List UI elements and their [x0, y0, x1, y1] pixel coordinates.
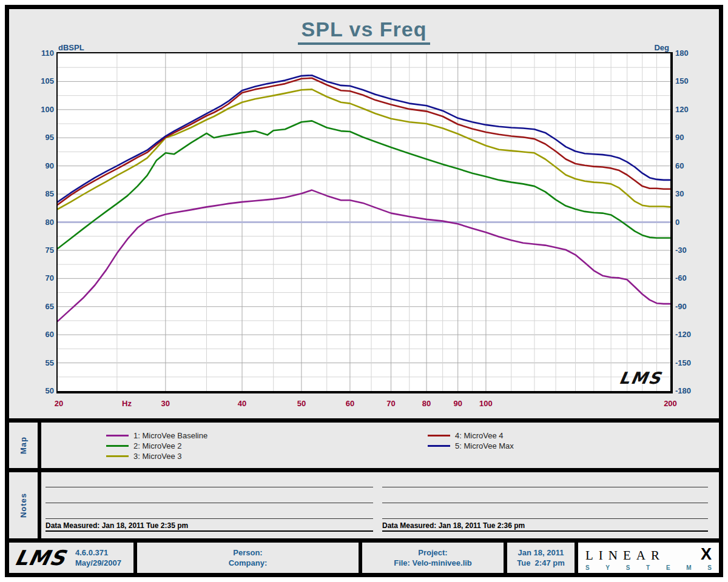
project-label: Project:: [418, 547, 447, 558]
left-axis-tick: 95: [26, 133, 54, 142]
frequency-tick: 200: [657, 399, 684, 409]
systems-letter: M: [686, 564, 691, 571]
left-axis-tick: 60: [26, 330, 54, 340]
right-axis-tick: -150: [675, 358, 706, 368]
legend-column-1: 1: MicroVee Baseline2: MicroVee 23: Micr…: [106, 430, 207, 461]
footer-person-cell: Person: Company:: [137, 543, 359, 573]
person-label: Person:: [233, 547, 262, 558]
footer-version-cell: LMS 4.6.0.371 May/29/2007: [9, 543, 133, 573]
x-glyph: X: [701, 545, 712, 564]
left-axis-tick: 110: [26, 48, 54, 58]
right-axis-tick: -180: [675, 386, 706, 396]
legend-swatch: [106, 435, 129, 436]
legend-item: 1: MicroVee Baseline: [106, 430, 207, 441]
notes-column-2: Data Measured: Jan 18, 2011 Tue 2:36 pm: [382, 472, 708, 538]
legend-item: 4: MicroVee 4: [428, 430, 514, 441]
left-axis-unit-label: dBSPL: [58, 43, 84, 52]
footer-status-bar: LMS 4.6.0.371 May/29/2007 Person: Compan…: [9, 543, 719, 573]
version-number: 4.6.0.371: [75, 547, 121, 558]
left-axis-tick: 75: [26, 246, 54, 255]
legend-swatch: [106, 445, 129, 447]
plot-canvas: [58, 53, 670, 391]
right-axis-tick: 150: [675, 76, 706, 86]
note-ruled-line: [382, 518, 708, 519]
note-ruled-line: [46, 487, 373, 487]
right-axis-tick: -60: [675, 273, 706, 283]
notes-label-separator: [38, 472, 41, 538]
legend-column-2: 4: MicroVee 45: MicroVee Max: [428, 430, 514, 451]
systems-letter: S: [585, 564, 590, 571]
version-date: May/29/2007: [75, 558, 121, 568]
company-label: Company:: [229, 558, 268, 568]
systems-letter: T: [646, 564, 650, 571]
frequency-tick: 30: [152, 399, 179, 409]
footer-time: Tue 2:47 pm: [517, 558, 565, 568]
frequency-tick: 100: [473, 399, 499, 409]
note-ruled-line: [46, 503, 373, 503]
frequency-tick: 70: [378, 399, 405, 409]
right-axis-tick: 180: [675, 48, 706, 58]
note-ruled-line: [382, 503, 708, 503]
notes-column-1: Data Measured: Jan 18, 2011 Tue 2:35 pm: [46, 472, 373, 538]
left-axis-tick: 100: [26, 105, 54, 115]
file-label: File: Velo-minivee.lib: [394, 558, 472, 568]
map-section: Map 1: MicroVee Baseline2: MicroVee 23: …: [9, 423, 719, 468]
lms-watermark: LMS: [618, 369, 664, 387]
frequency-tick: 20: [46, 399, 72, 409]
page-title: SPL vs Freq: [298, 18, 431, 45]
right-axis-tick: 0: [675, 218, 706, 227]
systems-letter: Y: [605, 564, 610, 571]
lms-logo: LMS: [13, 546, 69, 570]
systems-text: SYSTEMS: [585, 564, 712, 571]
frequency-tick: 90: [445, 399, 471, 409]
curve-2: [58, 121, 670, 249]
legend-swatch: [428, 435, 450, 436]
notes-section: Notes Data Measured: Jan 18, 2011 Tue 2:…: [9, 472, 719, 538]
legend-item: 2: MicroVee 2: [106, 441, 207, 451]
legend-label: 5: MicroVee Max: [455, 441, 514, 450]
legend-label: 4: MicroVee 4: [455, 431, 504, 440]
footer-date: Jan 18, 2011: [518, 547, 564, 558]
right-axis-tick: 90: [675, 133, 706, 142]
legend-label: 2: MicroVee 2: [133, 441, 182, 450]
footer-project-cell: Project: File: Velo-minivee.lib: [362, 543, 504, 573]
legend-label: 1: MicroVee Baseline: [133, 431, 207, 440]
right-axis-tick: -120: [675, 330, 706, 340]
linear-text: LINEAR: [585, 548, 665, 563]
left-axis-tick: 65: [26, 302, 54, 312]
right-axis-tick: 120: [675, 105, 706, 115]
map-section-label: Map: [9, 423, 38, 468]
right-axis-tick: 30: [675, 189, 706, 199]
spl-vs-freq-plot: LMS: [56, 52, 673, 393]
left-axis-tick: 85: [26, 189, 54, 199]
right-axis-tick: 60: [675, 161, 706, 171]
legend: 1: MicroVee Baseline2: MicroVee 23: Micr…: [41, 423, 719, 468]
divider-chart-map: [9, 418, 719, 423]
left-axis-tick: 90: [26, 161, 54, 171]
frequency-tick: 80: [413, 399, 440, 409]
note-ruled-line: [46, 518, 373, 519]
left-axis-tick: 50: [26, 386, 54, 396]
divider-map-notes: [9, 468, 719, 472]
note-ruled-line: [382, 487, 708, 487]
right-axis-unit-label: Deg: [633, 43, 669, 52]
curve-4: [58, 78, 670, 205]
legend-swatch: [428, 445, 450, 447]
data-measured-caption-1: Data Measured: Jan 18, 2011 Tue 2:35 pm: [46, 521, 373, 532]
left-axis-tick: 70: [26, 273, 54, 283]
version-block: 4.6.0.371 May/29/2007: [75, 547, 121, 568]
right-axis-tick: -90: [675, 302, 706, 312]
right-axis-tick: -30: [675, 246, 706, 255]
footer-datetime-cell: Jan 18, 2011 Tue 2:47 pm: [507, 543, 575, 573]
legend-label: 3: MicroVee 3: [133, 452, 182, 461]
curve-5: [58, 75, 670, 202]
frequency-tick: 40: [229, 399, 255, 409]
chart-title-row: SPL vs Freq: [9, 18, 719, 45]
systems-letter: S: [707, 564, 712, 571]
systems-letter: E: [666, 564, 670, 571]
left-axis-tick: 80: [26, 218, 54, 227]
left-axis-tick: 55: [26, 358, 54, 368]
legend-item: 5: MicroVee Max: [428, 441, 514, 451]
linearx-wordmark: LINEAR X: [585, 545, 712, 564]
data-measured-caption-2: Data Measured: Jan 18, 2011 Tue 2:36 pm: [382, 521, 708, 532]
